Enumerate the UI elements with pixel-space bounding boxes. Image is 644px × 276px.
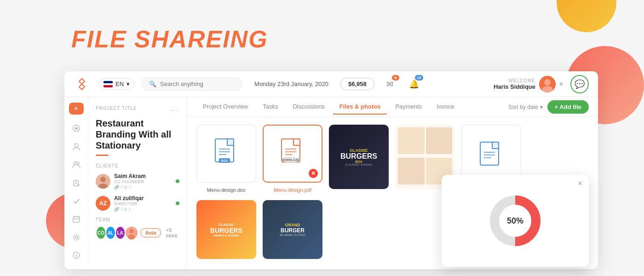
language-label: EN [115,80,124,87]
svg-text:DOWNLOAD: DOWNLOAD [282,158,300,161]
sidebar-item-dollar[interactable]: $ [68,248,85,263]
file-card-inner: DOC [196,125,256,183]
sidebar-item-dashboard[interactable] [68,121,85,135]
team-more: +5 more [166,227,179,238]
client-action-in[interactable]: in [124,185,127,190]
bell-button[interactable]: 🔔 10 [406,76,422,92]
client-initials: AZ [99,200,107,207]
client-action-link[interactable]: 🔗 [114,207,119,212]
tab-files-photos[interactable]: Files & photos [333,99,387,115]
add-file-button[interactable]: + Add file [547,100,589,114]
sort-button[interactable]: Sort by date ▾ [508,104,543,110]
file-card-burger3[interactable]: GRAND BURGER BE MORE TO POST [263,200,322,262]
welcome-text: WELCOME Haris Siddique [494,78,535,90]
tab-payments[interactable]: Payments [389,99,428,115]
chevron-down-icon: ▾ [126,80,130,87]
client-action-in[interactable]: in [124,207,127,212]
email-badge: 6 [392,75,399,80]
client-avatar: AZ [96,196,110,211]
avatar[interactable] [539,76,556,92]
chat-button[interactable]: 💬 [570,75,589,93]
file-card-img: CLASSIC BURGERS BOX & CLASSIC SHAKES! [329,125,389,189]
chevron-down-icon: ▾ [540,104,543,110]
tab-tasks[interactable]: Tasks [256,99,284,115]
svg-point-23 [128,235,135,239]
team-avatars: CO AL LA Ania +5 more [96,226,179,240]
search-icon: 🔍 [149,80,156,87]
client-action-fb[interactable]: f [121,207,122,212]
close-button[interactable]: ✕ [309,169,318,178]
file-card-img-burger3: GRAND BURGER BE MORE TO POST [263,200,322,259]
team-label: TEAM [96,217,179,222]
client-info: Saim Akram CO FOUNDER 🔗 f in t [114,173,172,190]
team-avatar-photo [125,226,138,240]
client-name: Ali zulifiqar [114,195,172,201]
sidebar-item-settings[interactable] [68,230,85,244]
client-item: Saim Akram CO FOUNDER 🔗 f in t [96,173,179,190]
svg-rect-32 [293,139,300,145]
search-bar[interactable]: 🔍 [141,77,242,91]
client-role: DIRECTOR [114,201,172,206]
client-action-tw[interactable]: t [129,185,131,190]
add-file-label: + Add file [555,104,581,110]
svg-point-6 [74,162,76,165]
pie-label: 50% [507,216,523,226]
team-avatar: CO [96,226,106,240]
team-avatar: AL [105,226,116,240]
online-status [176,179,179,183]
team-section: TEAM CO AL LA Ania +5 more [96,217,179,240]
svg-rect-11 [73,217,80,222]
project-title-row: PROJECT TITLE ··· [96,105,179,115]
welcome-area: WELCOME Haris Siddique ▾ [494,76,563,92]
svg-rect-40 [492,142,499,149]
file-card-burger2[interactable]: CLASSIC BURGERS DRINKS & SHAKES [196,200,256,262]
file-name: Menu-design.doc [207,187,246,193]
search-input[interactable] [160,80,235,87]
tab-discussions[interactable]: Discussions [286,99,331,115]
file-card-burger[interactable]: CLASSIC BURGERS BOX & CLASSIC SHAKES! [329,125,389,193]
date-label: Monday 23rd January, 2020 [254,80,328,87]
sidebar-item-calendar[interactable] [68,212,85,226]
bell-badge: 10 [415,75,423,80]
online-status [176,201,179,205]
add-button[interactable]: + [69,103,84,115]
featured-member-badge: Ania [140,228,161,237]
pie-chart-overlay: × 50% [442,175,589,267]
svg-text:DOC: DOC [221,159,228,162]
client-role: CO FOUNDER [114,179,172,184]
project-sidebar: PROJECT TITLE ··· Restaurant Branding Wi… [88,97,187,269]
clients-label: CLIENTS [96,163,179,168]
project-name: Restaurant Branding With all Stationary [96,118,179,151]
client-action-fb[interactable]: f [121,185,122,190]
sidebar-item-check[interactable] [68,194,85,208]
project-title-label: PROJECT TITLE [96,106,137,111]
project-menu-dots[interactable]: ··· [170,105,179,115]
sidebar-item-user[interactable] [68,139,85,154]
page-title: FILE SHAREING [71,25,268,53]
chat-icon: 💬 [575,79,585,89]
file-card-img-burger2: CLASSIC BURGERS DRINKS & SHAKES [196,200,256,259]
files-tabs: Project Overview Tasks Discussions Files… [187,97,598,117]
project-underline [96,155,109,156]
client-action-tw[interactable]: t [129,207,131,212]
logo [74,76,90,92]
file-card-pdf[interactable]: DOWNLOAD ✕ Menu-design.pdf [263,125,322,193]
chevron-down-icon[interactable]: ▾ [559,80,563,88]
svg-rect-8 [74,180,78,186]
language-selector[interactable]: EN ▾ [99,78,134,90]
email-icon: ✉ [386,79,393,89]
tab-invoice[interactable]: Invoce [430,99,460,115]
file-card-doc[interactable]: DOC Menu-design.doc [196,125,256,193]
sidebar-item-edit[interactable] [68,176,85,190]
client-info: Ali zulifiqar DIRECTOR 🔗 f in t [114,195,172,212]
client-action-link[interactable]: 🔗 [114,185,119,190]
email-button[interactable]: ✉ 6 [382,76,398,92]
svg-rect-25 [227,139,234,145]
pie-close-button[interactable]: × [578,179,582,188]
client-actions: 🔗 f in t [114,207,172,212]
client-avatar [96,174,110,189]
decorative-circle-top-right [557,0,616,32]
sidebar-item-group[interactable] [68,157,85,172]
tab-project-overview[interactable]: Project Overview [196,99,254,115]
bell-icon: 🔔 [409,79,419,89]
